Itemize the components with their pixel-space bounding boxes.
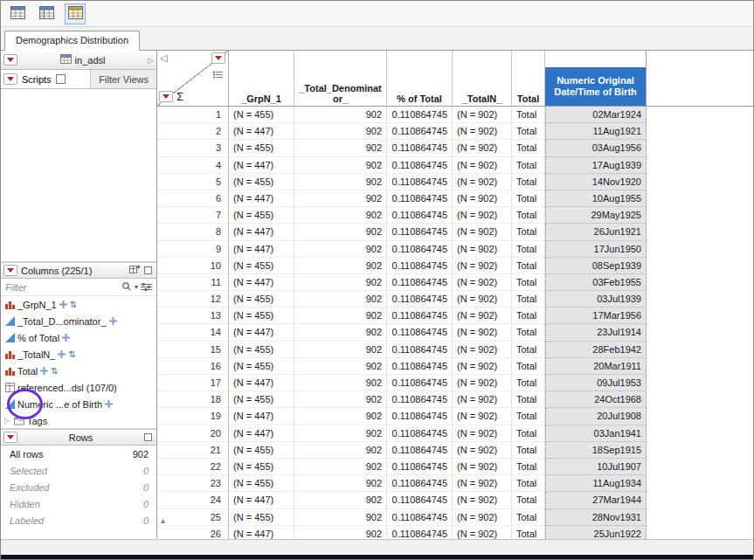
cell-total[interactable]: Total (512, 190, 545, 207)
cell-totaln[interactable]: (N = 902) (453, 358, 512, 375)
cell-dob-selected[interactable]: 03Feb1955 (545, 274, 647, 291)
filter-views-tab[interactable]: Filter Views (90, 70, 156, 88)
cell-total[interactable]: Total (512, 308, 545, 324)
cell-grpn1[interactable]: (N = 447) (229, 324, 294, 341)
cell-dob-selected[interactable]: 11Aug1934 (545, 475, 647, 492)
cell-dob-selected[interactable]: 03Jan1941 (545, 425, 647, 442)
row-number[interactable]: 23 (157, 475, 229, 492)
cell-dob-selected[interactable]: 24Oct1968 (545, 391, 647, 408)
cell-total[interactable]: Total (512, 492, 545, 508)
cell-pct-of-total[interactable]: 0.110864745 (387, 442, 453, 459)
new-data-table-button[interactable] (7, 3, 28, 24)
cell-total-denominator[interactable]: 902 (294, 107, 387, 123)
cell-total-denominator[interactable]: 902 (294, 207, 387, 224)
columns-red-triangle-button[interactable] (3, 265, 17, 276)
cell-total-denominator[interactable]: 902 (294, 459, 387, 475)
column-header-pct-of-total[interactable]: % of Total (387, 51, 453, 106)
cell-dob-selected[interactable]: 02Mar1924 (545, 107, 647, 123)
cell-totaln[interactable]: (N = 902) (453, 258, 512, 274)
row-number[interactable]: 20 (157, 425, 229, 442)
row-number[interactable]: 25 (157, 509, 229, 526)
cell-grpn1[interactable]: (N = 455) (229, 442, 294, 459)
cell-total[interactable]: Total (512, 207, 545, 224)
cell-pct-of-total[interactable]: 0.110864745 (387, 107, 453, 123)
row-number[interactable]: 8 (157, 224, 229, 240)
column-list-view-icon[interactable] (213, 66, 223, 82)
cell-totaln[interactable]: (N = 902) (453, 291, 512, 308)
continuous-modeling-type-icon[interactable] (4, 399, 15, 409)
cell-total[interactable]: Total (512, 174, 545, 190)
cell-dob-selected[interactable]: 28Nov1931 (545, 509, 647, 526)
cell-totaln[interactable]: (N = 902) (453, 157, 512, 174)
cell-total[interactable]: Total (512, 342, 545, 358)
cell-total[interactable]: Total (512, 475, 545, 492)
cell-grpn1[interactable]: (N = 455) (229, 391, 294, 408)
cell-totaln[interactable]: (N = 902) (453, 190, 512, 207)
cell-dob-selected[interactable]: 09Jul1953 (545, 375, 647, 391)
continuous-modeling-type-icon[interactable] (4, 333, 15, 342)
cell-totaln[interactable]: (N = 902) (453, 492, 512, 508)
cell-grpn1[interactable]: (N = 455) (229, 459, 294, 475)
table-menu-red-triangle-button[interactable] (3, 54, 17, 66)
folder-modeling-type-icon[interactable] (14, 417, 24, 425)
cell-totaln[interactable]: (N = 902) (453, 274, 512, 291)
rows-menu-red-triangle-button[interactable] (159, 91, 173, 102)
cell-total-denominator[interactable]: 902 (294, 274, 387, 291)
cell-pct-of-total[interactable]: 0.110864745 (387, 157, 453, 174)
continuous-modeling-type-icon[interactable] (4, 316, 15, 326)
cell-pct-of-total[interactable]: 0.110864745 (387, 258, 453, 274)
cell-dob-selected[interactable]: 11Aug1921 (545, 123, 647, 140)
cell-pct-of-total[interactable]: 0.110864745 (387, 375, 453, 391)
scripts-checkbox[interactable] (56, 74, 66, 84)
column-header-total[interactable]: Total (512, 51, 545, 106)
cell-total-denominator[interactable]: 902 (294, 291, 387, 308)
cell-totaln[interactable]: (N = 902) (453, 526, 512, 539)
row-number[interactable]: 4 (157, 157, 229, 174)
cell-grpn1[interactable]: (N = 455) (229, 207, 294, 224)
row-number[interactable]: 10 (157, 258, 229, 274)
column-item-numeric-e-of-birth[interactable]: Numeric ...e of Birth (1, 396, 156, 412)
row-number[interactable]: 19 (157, 408, 229, 425)
cell-pct-of-total[interactable]: 0.110864745 (387, 174, 453, 190)
search-options-caret-icon[interactable]: ▾ (135, 283, 138, 291)
cell-dob-selected[interactable]: 17Jun1950 (545, 241, 647, 258)
cell-dob-selected[interactable]: 08Sep1939 (545, 258, 647, 274)
cell-grpn1[interactable]: (N = 455) (229, 107, 294, 123)
cell-total-denominator[interactable]: 902 (294, 241, 387, 258)
cell-total[interactable]: Total (512, 442, 545, 459)
cell-total[interactable]: Total (512, 241, 545, 258)
cell-grpn1[interactable]: (N = 447) (229, 224, 294, 240)
column-item-grpn-1[interactable]: _GrpN_1⇅ (1, 296, 156, 313)
cell-total-denominator[interactable]: 902 (294, 190, 387, 207)
rows-panel-box-icon[interactable] (144, 433, 152, 441)
cell-grpn1[interactable]: (N = 447) (229, 425, 294, 442)
cell-total-denominator[interactable]: 902 (294, 174, 387, 190)
rows-red-triangle-button[interactable] (3, 432, 17, 443)
search-icon[interactable] (121, 280, 132, 295)
columns-menu-red-triangle-button[interactable] (211, 52, 225, 64)
cell-dob-selected[interactable]: 23Jul1914 (545, 324, 647, 341)
cell-total-denominator[interactable]: 902 (294, 408, 387, 425)
cell-totaln[interactable]: (N = 902) (453, 140, 512, 156)
cell-dob-selected[interactable]: 27Mar1944 (545, 492, 647, 508)
cell-total-denominator[interactable]: 902 (294, 526, 387, 539)
cell-totaln[interactable]: (N = 902) (453, 224, 512, 240)
column-item-total[interactable]: Total⇅ (1, 363, 156, 379)
cell-grpn1[interactable]: (N = 447) (229, 492, 294, 508)
cell-dob-selected[interactable]: 10Aug1955 (545, 190, 647, 207)
row-number[interactable]: 12 (157, 291, 229, 308)
scripts-red-triangle-button[interactable] (3, 73, 17, 85)
row-number[interactable]: 18 (157, 391, 229, 408)
row-number[interactable]: 9 (157, 241, 229, 258)
column-header-dob-selected[interactable]: Numeric Original Date/Time of Birth (545, 51, 647, 106)
collapse-panels-icon[interactable]: ◁ (160, 53, 167, 63)
cell-pct-of-total[interactable]: 0.110864745 (387, 241, 453, 258)
cell-total-denominator[interactable]: 902 (294, 375, 387, 391)
cell-dob-selected[interactable]: 29May1925 (545, 207, 647, 224)
cell-totaln[interactable]: (N = 902) (453, 207, 512, 224)
cell-grpn1[interactable]: (N = 455) (229, 291, 294, 308)
row-number[interactable]: 14 (157, 324, 229, 341)
cell-total-denominator[interactable]: 902 (294, 492, 387, 508)
cell-grpn1[interactable]: (N = 447) (229, 123, 294, 140)
cell-pct-of-total[interactable]: 0.110864745 (387, 274, 453, 291)
